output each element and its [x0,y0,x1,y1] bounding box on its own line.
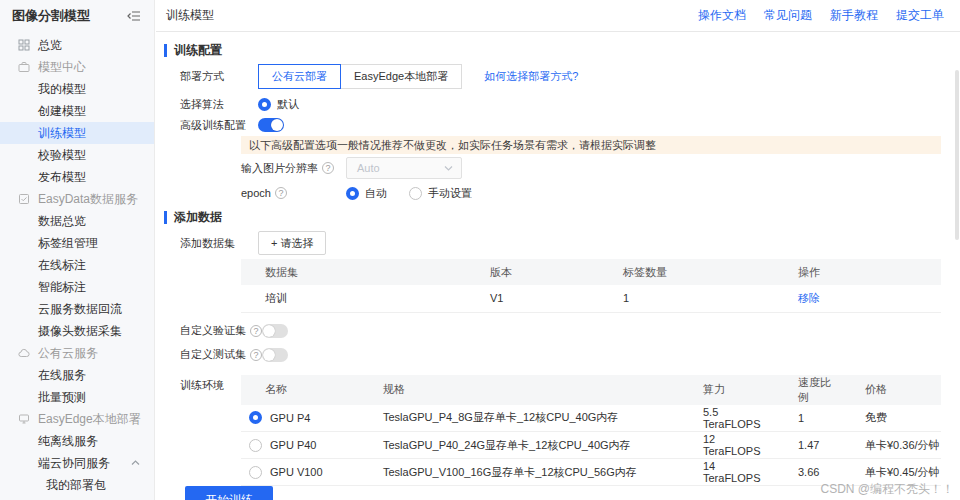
section-accent-bar [164,44,167,57]
sidebar-item-publish-model[interactable]: 发布模型 [0,166,154,188]
data-service-icon [18,193,30,205]
sidebar-group-easydata[interactable]: EasyData数据服务 [0,188,154,210]
resolution-select[interactable]: Auto [346,157,462,179]
resolution-row: 输入图片分辨率 ? Auto [156,157,960,179]
env-name: GPU P4 [270,412,310,424]
epoch-option-manual[interactable]: 手动设置 [409,186,472,201]
remove-dataset-link[interactable]: 移除 [798,292,820,304]
sidebar: 图像分割模型 总览 模型中心 我的模型 创建模型 训练模型 校验模型 发布模型 … [0,0,155,500]
col-compute: 算力 [679,375,774,405]
sidebar-item-validate-model[interactable]: 校验模型 [0,144,154,166]
sidebar-item-offline-service[interactable]: 纯离线服务 [0,430,154,452]
sidebar-item-online-annotation[interactable]: 在线标注 [0,254,154,276]
custom-test-label: 自定义测试集 ? [180,347,262,362]
col-name: 名称 [241,375,359,405]
device-icon [18,413,30,425]
link-faq[interactable]: 常见问题 [764,7,812,24]
deploy-method-label: 部署方式 [180,69,258,84]
help-icon[interactable]: ? [250,325,262,337]
custom-test-row: 自定义测试集 ? [156,347,960,363]
select-dataset-button[interactable]: + 请选择 [258,231,326,255]
algorithm-option-default[interactable]: 默认 [258,97,299,112]
add-dataset-label: 添加数据集 [180,236,258,251]
environment-row-gpu-p40[interactable]: GPU P40 TeslaGPU_P40_24G显存单卡_12核CPU_40G内… [241,432,941,459]
topbar: 训练模型 操作文档 常见问题 新手教程 提交工单 [156,0,960,32]
sidebar-item-data-overview[interactable]: 数据总览 [0,210,154,232]
sidebar-item-label: 创建模型 [38,103,86,120]
help-icon[interactable]: ? [250,349,262,361]
env-compute: 12 TeraFLOPS [679,432,774,459]
sidebar-item-batch-predict[interactable]: 批量预测 [0,386,154,408]
sidebar-group-label: EasyEdge本地部署 [38,411,141,428]
sidebar-collapse-icon[interactable] [126,8,142,24]
help-icon[interactable]: ? [322,162,334,174]
sidebar-item-label: 校验模型 [38,147,86,164]
deploy-option-easyedge-local[interactable]: EasyEdge本地部署 [340,64,462,89]
sidebar-item-cloud-data-reflow[interactable]: 云服务数据回流 [0,298,154,320]
link-tutorial[interactable]: 新手教程 [830,7,878,24]
sidebar-item-label: 我的模型 [38,81,86,98]
dataset-label-count: 1 [599,285,774,312]
env-speed-ratio: 1 [774,405,841,432]
environment-row-gpu-p4[interactable]: GPU P4 TeslaGPU_P4_8G显存单卡_12核CPU_40G内存 5… [241,405,941,432]
start-training-button[interactable]: 开始训练 [185,486,273,500]
radio-label: 默认 [277,97,299,112]
sidebar-group-model-center[interactable]: 模型中心 [0,56,154,78]
advanced-config-toggle[interactable] [258,118,284,132]
env-compute: 5.5 TeraFLOPS [679,405,774,432]
advanced-config-tip: 以下高级配置选项一般情况推荐不做更改，如实际任务场景有需求，请根据实际调整 [241,136,941,154]
epoch-option-auto[interactable]: 自动 [346,186,387,201]
dataset-version: V1 [466,285,599,312]
env-compute: 14 TeraFLOPS [679,459,774,486]
link-docs[interactable]: 操作文档 [698,7,746,24]
radio-selected-icon [346,187,359,200]
environment-table: 名称 规格 算力 速度比例 价格 GPU P4 TeslaGPU_P4_8G显存… [241,375,941,487]
sidebar-item-smart-annotation[interactable]: 智能标注 [0,276,154,298]
radio-unselected-icon[interactable] [249,466,262,479]
sidebar-item-train-model[interactable]: 训练模型 [0,122,154,144]
chevron-up-icon[interactable] [131,460,140,466]
model-title: 图像分割模型 [12,7,90,25]
custom-validation-toggle[interactable] [262,324,288,338]
sidebar-item-my-models[interactable]: 我的模型 [0,78,154,100]
sidebar-item-label: 在线标注 [38,257,86,274]
sidebar-item-my-deploy-package[interactable]: 我的部署包 [0,474,154,496]
help-icon[interactable]: ? [275,187,287,199]
link-ticket[interactable]: 提交工单 [896,7,944,24]
section-train-config: 训练配置 [164,42,960,58]
deploy-help-link[interactable]: 如何选择部署方式? [484,69,578,84]
main-area: 训练模型 操作文档 常见问题 新手教程 提交工单 训练配置 部署方式 公有云部署… [156,0,960,500]
custom-validation-label: 自定义验证集 ? [180,323,262,338]
section-title-text: 添加数据 [174,209,222,226]
sidebar-item-create-model[interactable]: 创建模型 [0,100,154,122]
custom-test-toggle[interactable] [262,348,288,362]
sidebar-item-label: 发布模型 [38,169,86,186]
watermark-text: CSDN @编程不秃头！！ [820,481,954,498]
sidebar-item-online-service[interactable]: 在线服务 [0,364,154,386]
algorithm-row: 选择算法 默认 [156,96,960,112]
sidebar-item-overview[interactable]: 总览 [0,34,154,56]
col-spec: 规格 [359,375,679,405]
deploy-method-options: 公有云部署 EasyEdge本地部署 [258,64,462,89]
custom-validation-row: 自定义验证集 ? [156,323,960,339]
sidebar-item-label: 摄像头数据采集 [38,323,122,340]
sidebar-group-easyedge[interactable]: EasyEdge本地部署 [0,408,154,430]
grid-icon [18,39,30,51]
environment-table-header: 名称 规格 算力 速度比例 价格 [241,375,941,405]
sidebar-item-label-group-manage[interactable]: 标签组管理 [0,232,154,254]
sidebar-group-public-cloud[interactable]: 公有云服务 [0,342,154,364]
scrollbar-thumb[interactable] [955,70,959,240]
radio-unselected-icon [409,187,422,200]
sidebar-item-label: 我的部署包 [46,477,106,494]
radio-selected-icon [258,98,271,111]
env-spec: TeslaGPU_P4_8G显存单卡_12核CPU_40G内存 [359,405,679,432]
radio-selected-icon[interactable] [249,411,262,424]
epoch-label: epoch ? [241,187,346,199]
sidebar-item-camera-data-collect[interactable]: 摄像头数据采集 [0,320,154,342]
cloud-icon [18,347,30,359]
radio-label: 手动设置 [428,186,472,201]
radio-unselected-icon[interactable] [249,439,262,452]
sidebar-item-edge-cloud-service[interactable]: 端云协同服务 [0,452,154,474]
deploy-option-public-cloud[interactable]: 公有云部署 [258,64,341,89]
col-version: 版本 [466,259,599,285]
